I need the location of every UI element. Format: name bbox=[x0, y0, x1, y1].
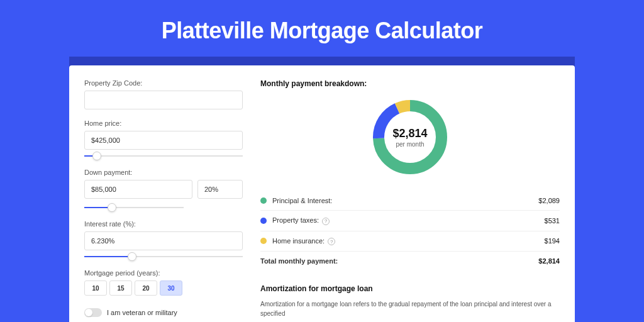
period-label: Mortgage period (years): bbox=[84, 269, 243, 277]
zip-input[interactable] bbox=[84, 91, 243, 109]
donut-wrap: $2,814 per month bbox=[260, 97, 560, 177]
legend-value: $531 bbox=[545, 217, 560, 225]
calculator-card: Property Zip Code: Home price: Down paym… bbox=[69, 65, 575, 322]
interest-input[interactable] bbox=[84, 231, 243, 250]
donut-unit: per month bbox=[396, 141, 424, 148]
legend-dot bbox=[260, 238, 267, 244]
period-15-button[interactable]: 15 bbox=[109, 280, 132, 296]
slider-thumb[interactable] bbox=[108, 203, 116, 212]
legend-row-insurance: Home insurance:? $194 bbox=[260, 231, 560, 252]
period-20-button[interactable]: 20 bbox=[135, 280, 157, 296]
slider-thumb[interactable] bbox=[92, 152, 101, 160]
down-payment-pct-input[interactable] bbox=[197, 180, 243, 199]
legend-value: $2,089 bbox=[538, 197, 560, 204]
info-icon[interactable]: ? bbox=[322, 218, 330, 225]
legend-row-taxes: Property taxes:? $531 bbox=[260, 211, 560, 231]
legend-label: Property taxes:? bbox=[272, 216, 545, 225]
legend-label: Home insurance:? bbox=[272, 237, 545, 246]
legend-row-principal: Principal & Interest: $2,089 bbox=[260, 191, 560, 211]
total-label: Total monthly payment: bbox=[260, 257, 538, 265]
breakdown-heading: Monthly payment breakdown: bbox=[260, 79, 560, 88]
input-column: Property Zip Code: Home price: Down paym… bbox=[84, 79, 243, 318]
interest-slider[interactable] bbox=[84, 253, 243, 260]
amortization-text: Amortization for a mortgage loan refers … bbox=[260, 299, 560, 318]
down-payment-slider[interactable] bbox=[84, 204, 184, 211]
period-10-button[interactable]: 10 bbox=[84, 280, 107, 296]
veteran-row: I am veteran or military bbox=[84, 308, 243, 317]
slider-track bbox=[84, 155, 243, 157]
period-row: 10 15 20 30 bbox=[84, 280, 243, 296]
legend-value: $194 bbox=[545, 237, 560, 245]
legend-label: Principal & Interest: bbox=[272, 197, 538, 204]
period-30-button[interactable]: 30 bbox=[160, 280, 182, 296]
zip-label: Property Zip Code: bbox=[84, 79, 243, 87]
home-price-label: Home price: bbox=[84, 119, 243, 127]
slider-thumb[interactable] bbox=[128, 252, 136, 261]
home-price-slider[interactable] bbox=[84, 152, 243, 160]
donut-center: $2,814 per month bbox=[370, 97, 450, 177]
legend-row-total: Total monthly payment: $2,814 bbox=[260, 252, 560, 270]
legend-dot bbox=[260, 197, 267, 204]
slider-fill bbox=[84, 256, 132, 257]
info-icon[interactable]: ? bbox=[328, 238, 335, 245]
down-payment-label: Down payment: bbox=[84, 169, 243, 176]
breakdown-column: Monthly payment breakdown: $2,814 per mo… bbox=[260, 79, 560, 318]
home-price-input[interactable] bbox=[84, 131, 243, 150]
veteran-toggle[interactable] bbox=[84, 308, 102, 317]
interest-label: Interest rate (%): bbox=[84, 220, 243, 228]
donut-chart: $2,814 per month bbox=[370, 97, 450, 177]
toggle-knob bbox=[85, 309, 92, 316]
page-title: Platteville Mortgage Calculator bbox=[0, 0, 644, 57]
down-payment-row bbox=[84, 180, 243, 201]
legend-dot bbox=[260, 218, 267, 224]
total-value: $2,814 bbox=[538, 257, 560, 265]
veteran-label: I am veteran or military bbox=[107, 309, 177, 316]
down-payment-input[interactable] bbox=[84, 180, 192, 199]
donut-amount: $2,814 bbox=[392, 127, 427, 140]
amortization-heading: Amortization for mortgage loan bbox=[260, 284, 560, 293]
